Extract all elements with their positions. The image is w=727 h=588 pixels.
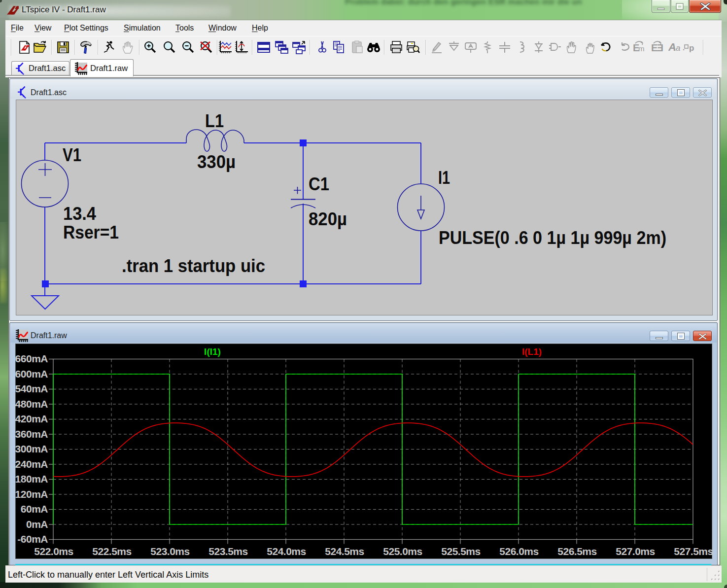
svg-text:C1: C1 (309, 174, 329, 194)
svg-text:480mA: 480mA (15, 398, 48, 410)
svg-text:p: p (689, 43, 694, 53)
svg-text:330µ: 330µ (197, 152, 236, 172)
svg-text:E: E (651, 42, 658, 53)
svg-text:527.5ms: 527.5ms (674, 546, 713, 557)
svg-text:I(L1): I(L1) (522, 346, 542, 357)
svg-text:525.5ms: 525.5ms (441, 546, 480, 557)
svg-text:Rser=1: Rser=1 (63, 222, 119, 242)
svg-text:0mA: 0mA (26, 519, 48, 530)
svg-text:526.5ms: 526.5ms (557, 546, 596, 557)
svg-text:I1: I1 (438, 168, 450, 188)
svg-text:522.0ms: 522.0ms (34, 546, 73, 557)
svg-text:600mA: 600mA (15, 368, 48, 380)
svg-text:60mA: 60mA (21, 503, 48, 515)
svg-text:524.0ms: 524.0ms (267, 546, 306, 557)
svg-text:526.0ms: 526.0ms (499, 546, 538, 557)
svg-text:523.5ms: 523.5ms (208, 546, 247, 557)
svg-text:524.5ms: 524.5ms (325, 546, 364, 557)
svg-text:420mA: 420mA (15, 413, 48, 424)
svg-text:A: A (668, 41, 676, 53)
svg-text:240mA: 240mA (15, 458, 48, 470)
svg-text:523.0ms: 523.0ms (150, 546, 189, 557)
svg-text:13.4: 13.4 (63, 204, 96, 224)
svg-text:527.0ms: 527.0ms (616, 546, 655, 557)
svg-text:360mA: 360mA (15, 428, 48, 440)
svg-text:E: E (657, 42, 663, 53)
svg-text:540mA: 540mA (15, 383, 48, 394)
svg-text:120mA: 120mA (15, 488, 48, 500)
svg-text:525.0ms: 525.0ms (383, 546, 422, 557)
svg-text:820µ: 820µ (309, 209, 347, 229)
svg-text:.tran 1 startup uic: .tran 1 startup uic (122, 256, 265, 276)
svg-text:522.5ms: 522.5ms (92, 546, 131, 557)
svg-text:V1: V1 (63, 145, 81, 165)
svg-text:a: a (676, 43, 680, 53)
svg-text:180mA: 180mA (15, 473, 48, 484)
svg-text:-60mA: -60mA (17, 533, 48, 545)
svg-text:PULSE(0 .6 0 1µ 1µ 999µ 2m): PULSE(0 .6 0 1µ 1µ 999µ 2m) (439, 228, 666, 248)
svg-text:I(I1): I(I1) (204, 346, 221, 357)
svg-text:660mA: 660mA (15, 353, 48, 364)
svg-text:L1: L1 (205, 111, 224, 131)
svg-text:300mA: 300mA (15, 443, 48, 454)
svg-text:m: m (638, 44, 645, 53)
